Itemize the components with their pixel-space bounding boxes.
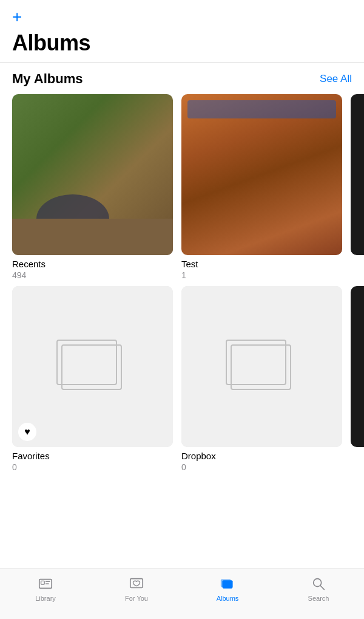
top-bar: + — [0, 0, 364, 28]
page-title: Albums — [0, 28, 364, 62]
svg-line-9 — [320, 586, 324, 589]
folder-icon — [56, 340, 129, 394]
album-recents-name: Recents — [12, 259, 173, 269]
svg-rect-7 — [223, 580, 233, 588]
album-dropbox-thumb — [181, 286, 342, 447]
album-dropbox-name: Dropbox — [181, 451, 342, 461]
album-recents-count: 494 — [12, 270, 173, 280]
album-dropbox[interactable]: Dropbox 0 — [181, 286, 342, 472]
albums-row-1: Recents 494 Test 1 — [0, 94, 364, 280]
tab-search-label: Search — [308, 595, 329, 602]
tab-albums[interactable]: Albums — [185, 575, 270, 602]
album-test-name: Test — [181, 259, 342, 269]
album-test-thumb — [181, 94, 342, 255]
tab-albums-label: Albums — [217, 595, 239, 602]
album-partial-1-thumb — [351, 94, 364, 255]
heart-badge: ♥ — [18, 423, 36, 441]
albums-row-2: ♥ Favorites 0 Dropbox 0 — [0, 286, 364, 472]
album-partial-2-thumb — [351, 286, 364, 447]
album-partial-2[interactable] — [351, 286, 364, 472]
see-all-button[interactable]: See All — [320, 73, 352, 85]
for-you-icon — [128, 575, 145, 592]
album-favorites-count: 0 — [12, 462, 173, 472]
library-icon — [37, 575, 54, 592]
album-recents-thumb — [12, 94, 173, 255]
album-test[interactable]: Test 1 — [181, 94, 342, 280]
tab-library-label: Library — [35, 595, 56, 602]
album-favorites[interactable]: ♥ Favorites 0 — [12, 286, 173, 472]
album-favorites-thumb: ♥ — [12, 286, 173, 447]
album-partial-1[interactable] — [351, 94, 364, 280]
tab-for-you-label: For You — [125, 595, 148, 602]
album-test-count: 1 — [181, 270, 342, 280]
title-divider — [0, 62, 364, 63]
section-header: My Albums See All — [0, 71, 364, 94]
folder-icon-2 — [226, 340, 298, 394]
album-favorites-name: Favorites — [12, 451, 173, 461]
tab-library[interactable]: Library — [3, 575, 88, 602]
albums-icon — [219, 575, 236, 592]
tab-bar: Library For You Albums — [0, 569, 364, 619]
add-button[interactable]: + — [12, 9, 22, 26]
tab-for-you[interactable]: For You — [94, 575, 179, 602]
svg-rect-1 — [41, 581, 45, 584]
album-dropbox-count: 0 — [181, 462, 342, 472]
album-recents[interactable]: Recents 494 — [12, 94, 173, 280]
tab-search[interactable]: Search — [276, 575, 361, 602]
section-title: My Albums — [12, 71, 83, 87]
search-icon — [310, 575, 327, 592]
